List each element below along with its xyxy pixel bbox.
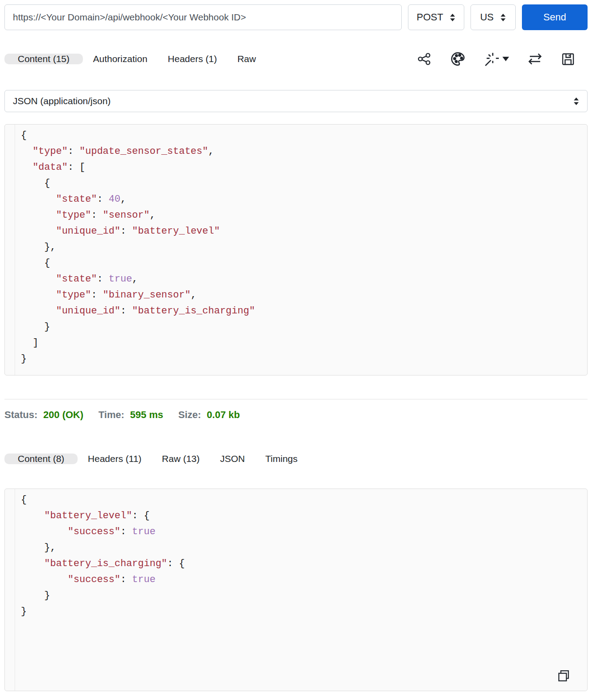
tab-response-headers[interactable]: Headers (11)	[78, 454, 152, 464]
palette-icon	[450, 51, 466, 67]
request-bar: POST US Send	[4, 4, 588, 30]
tab-request-authorization[interactable]: Authorization	[83, 54, 158, 64]
tab-request-headers[interactable]: Headers (1)	[157, 54, 227, 64]
response-tabs-row: Content (8) Headers (11) Raw (13) JSON T…	[4, 446, 588, 471]
editor-gutter	[5, 125, 15, 375]
region-select[interactable]: US	[470, 4, 516, 30]
theme-button[interactable]	[450, 51, 466, 67]
tab-response-timings[interactable]: Timings	[255, 454, 308, 464]
time-value: 595 ms	[130, 409, 163, 421]
body-type-select[interactable]: JSON (application/json)	[4, 90, 588, 112]
size-stat: Size: 0.07 kb	[178, 409, 240, 421]
method-select-value: POST	[417, 12, 443, 23]
tab-response-raw[interactable]: Raw (13)	[152, 454, 210, 464]
response-summary: Status: 200 (OK) Time: 595 ms Size: 0.07…	[4, 407, 588, 423]
url-input[interactable]	[4, 4, 402, 30]
request-tabs: Content (15) Authorization Headers (1) R…	[4, 54, 266, 64]
save-icon	[561, 52, 575, 66]
swap-arrows-icon	[527, 52, 543, 66]
status-stat: Status: 200 (OK)	[4, 409, 83, 421]
size-label: Size:	[178, 409, 201, 421]
copy-response-button[interactable]	[556, 669, 571, 685]
method-select[interactable]: POST	[408, 4, 464, 30]
time-stat: Time: 595 ms	[98, 409, 163, 421]
region-select-value: US	[480, 12, 494, 23]
size-value: 0.07 kb	[207, 409, 240, 421]
response-body-viewer: { "battery_level": { "success": true }, …	[15, 489, 587, 691]
status-label: Status:	[4, 409, 38, 421]
time-label: Time:	[98, 409, 124, 421]
send-button[interactable]: Send	[522, 4, 588, 30]
swap-request-button[interactable]	[527, 52, 543, 66]
request-body-block: { "type": "update_sensor_states", "data"…	[4, 124, 588, 375]
tab-response-content[interactable]: Content (8)	[4, 454, 78, 464]
tab-request-content[interactable]: Content (15)	[4, 54, 83, 64]
tab-response-json[interactable]: JSON	[210, 454, 255, 464]
response-body-block: { "battery_level": { "success": true }, …	[4, 489, 588, 691]
request-toolbar	[417, 51, 588, 67]
double-caret-icon	[450, 13, 455, 22]
viewer-gutter	[5, 489, 15, 691]
dropdown-caret-icon	[502, 57, 509, 61]
status-value: 200 (OK)	[43, 409, 83, 421]
save-request-button[interactable]	[561, 52, 575, 66]
double-caret-icon	[500, 13, 506, 22]
response-tabs: Content (8) Headers (11) Raw (13) JSON T…	[4, 454, 308, 464]
double-caret-icon	[573, 97, 579, 106]
share-icon	[417, 51, 432, 66]
request-body-editor[interactable]: { "type": "update_sensor_states", "data"…	[15, 125, 587, 375]
body-type-value: JSON (application/json)	[13, 96, 111, 106]
magic-wand-icon	[484, 51, 500, 67]
copy-icon	[556, 669, 571, 684]
section-divider	[4, 399, 588, 399]
magic-actions-button[interactable]	[484, 51, 509, 67]
request-tabs-row: Content (15) Authorization Headers (1) R…	[4, 47, 588, 71]
share-button[interactable]	[417, 51, 432, 66]
tab-request-raw[interactable]: Raw	[227, 54, 266, 64]
